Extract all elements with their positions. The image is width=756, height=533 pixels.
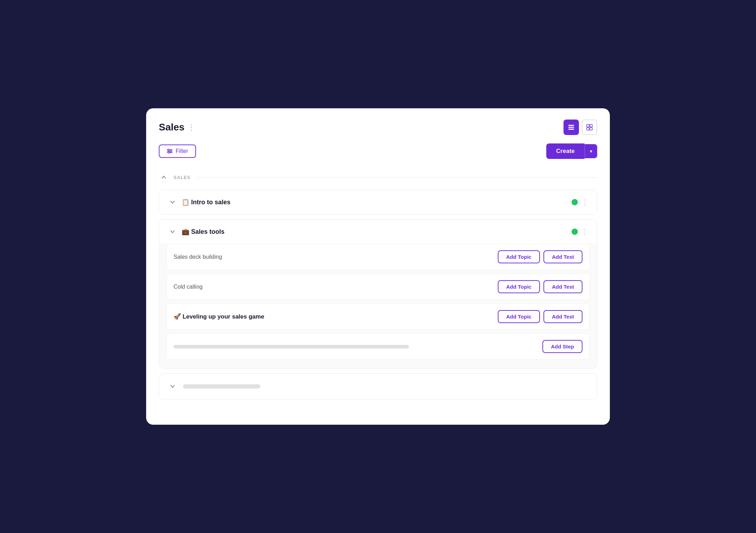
grid-view-button[interactable]	[582, 120, 597, 135]
sales-tools-status-dot	[572, 229, 578, 235]
step-bar-container	[174, 345, 535, 348]
course-intro-right: ⋮	[572, 198, 588, 206]
section-divider	[195, 177, 597, 178]
leveling-up-add-topic-button[interactable]: Add Topic	[498, 310, 540, 323]
course-sales-tools-header: 💼 Sales tools ⋮	[159, 220, 597, 244]
sales-tools-expand-button[interactable]	[168, 227, 177, 237]
chevron-down-icon	[170, 199, 175, 205]
cold-calling-actions: Add Topic Add Test	[498, 280, 582, 293]
svg-point-11	[170, 150, 171, 152]
header: Sales ⋮	[159, 120, 597, 135]
sales-deck-title: Sales deck building	[174, 254, 222, 260]
sub-item-leveling-up: 🚀 Leveling up your sales game Add Topic …	[166, 303, 590, 330]
svg-rect-2	[568, 129, 574, 130]
create-dropdown-button[interactable]: ▾	[585, 144, 597, 158]
course-card-sales-tools: 💼 Sales tools ⋮ Sales deck building Add …	[159, 219, 597, 368]
chevron-down-icon-3	[170, 384, 175, 389]
sales-tools-more-icon[interactable]: ⋮	[581, 227, 588, 236]
section-header: SALES	[159, 169, 597, 186]
sales-deck-add-topic-button[interactable]: Add Topic	[498, 250, 540, 263]
list-view-icon	[568, 124, 575, 131]
svg-point-10	[168, 149, 169, 150]
chevron-down-icon: ▾	[590, 148, 592, 154]
course-card-intro: 📋 Intro to sales ⋮	[159, 190, 597, 214]
chevron-up-icon	[161, 174, 167, 180]
svg-rect-0	[568, 125, 574, 126]
add-step-button[interactable]: Add Step	[542, 340, 582, 353]
filter-button[interactable]: Filter	[159, 145, 196, 158]
intro-status-dot	[572, 199, 578, 205]
intro-more-icon[interactable]: ⋮	[581, 198, 588, 206]
svg-point-12	[168, 152, 170, 153]
header-left: Sales ⋮	[159, 122, 195, 133]
svg-rect-6	[590, 128, 592, 130]
sales-tools-sub-items: Sales deck building Add Topic Add Test C…	[159, 244, 597, 368]
create-group: Create ▾	[546, 143, 597, 159]
svg-rect-4	[590, 124, 592, 127]
cold-calling-add-test-button[interactable]: Add Test	[543, 280, 582, 293]
chevron-down-icon-2	[170, 229, 175, 235]
cold-calling-title: Cold calling	[174, 284, 203, 290]
sub-item-sales-deck: Sales deck building Add Topic Add Test	[166, 244, 590, 270]
create-button[interactable]: Create	[546, 143, 585, 159]
step-area: Add Step	[166, 333, 590, 360]
list-view-button[interactable]	[563, 120, 579, 135]
header-right	[563, 120, 597, 135]
collapsed-title-placeholder	[183, 384, 260, 388]
sub-item-cold-calling: Cold calling Add Topic Add Test	[166, 274, 590, 300]
step-progress-bar	[174, 345, 409, 348]
leveling-up-add-test-button[interactable]: Add Test	[543, 310, 582, 323]
collapsed-course-card	[159, 373, 597, 399]
filter-icon	[167, 148, 173, 154]
section-collapse-button[interactable]	[159, 172, 169, 182]
header-more-icon[interactable]: ⋮	[188, 123, 195, 131]
collapsed-expand-button[interactable]	[168, 381, 177, 391]
course-intro-header: 📋 Intro to sales ⋮	[159, 190, 597, 214]
intro-expand-button[interactable]	[168, 197, 177, 207]
section-label: SALES	[174, 175, 190, 180]
leveling-up-title: 🚀 Leveling up your sales game	[174, 313, 264, 320]
app-container: Sales ⋮	[146, 108, 610, 425]
sales-deck-add-test-button[interactable]: Add Test	[543, 250, 582, 263]
sales-tools-title: 💼 Sales tools	[182, 228, 224, 236]
course-sales-tools-left: 💼 Sales tools	[168, 227, 224, 237]
filter-label: Filter	[176, 148, 188, 154]
page-title: Sales	[159, 122, 184, 133]
leveling-up-actions: Add Topic Add Test	[498, 310, 582, 323]
grid-view-icon	[586, 124, 593, 131]
svg-rect-3	[587, 124, 589, 127]
toolbar: Filter Create ▾	[159, 143, 597, 159]
cold-calling-add-topic-button[interactable]: Add Topic	[498, 280, 540, 293]
svg-rect-5	[587, 128, 589, 130]
intro-title: 📋 Intro to sales	[182, 198, 230, 206]
svg-rect-1	[568, 127, 574, 128]
course-intro-left: 📋 Intro to sales	[168, 197, 230, 207]
course-sales-tools-right: ⋮	[572, 227, 588, 236]
sales-deck-actions: Add Topic Add Test	[498, 250, 582, 263]
